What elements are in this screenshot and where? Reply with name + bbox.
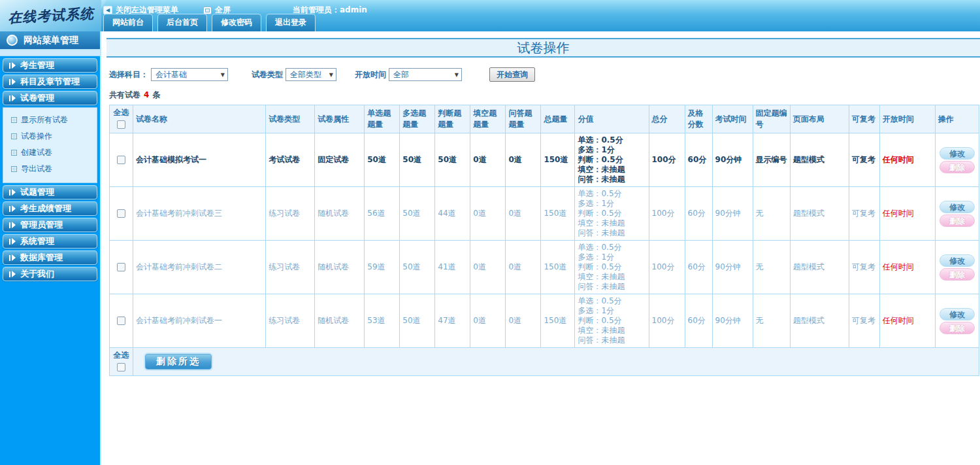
subitem-label: 导出试卷 bbox=[21, 164, 52, 175]
cell-multi-choice-count: 50道 bbox=[400, 187, 435, 241]
cell-paper-attribute: 固定试卷 bbox=[315, 133, 365, 187]
cell-pass-score: 60分 bbox=[685, 133, 712, 187]
delete-button[interactable]: 删除 bbox=[939, 161, 975, 173]
sidebar-subitem-3[interactable]: 创建试卷 bbox=[11, 145, 97, 161]
delete-button[interactable]: 删除 bbox=[939, 215, 975, 227]
cell-retake: 可复考 bbox=[849, 241, 879, 294]
cell-total-score: 100分 bbox=[649, 241, 685, 294]
cell-score-detail: 单选：0.5分多选：1分判断：0.5分填空：未抽题问答：未抽题 bbox=[575, 133, 649, 187]
cell-fill-blank-count: 0道 bbox=[470, 241, 506, 294]
delete-button[interactable]: 删除 bbox=[939, 268, 975, 281]
menu-label: 数据库管理 bbox=[20, 252, 63, 264]
cell-paper-type: 练习试卷 bbox=[266, 187, 315, 241]
type-filter-label: 试卷类型 bbox=[252, 69, 283, 80]
column-header-16: 页面布局 bbox=[790, 105, 849, 133]
cell-actions: 修改 删除 bbox=[935, 133, 979, 187]
paper-type-select[interactable]: 全部类型 ▼ bbox=[286, 68, 336, 81]
expand-arrow-icon bbox=[9, 222, 16, 228]
sidebar-menus-top: 考生管理科目及章节管理试卷管理 bbox=[0, 58, 100, 105]
cell-paper-name: 会计基础模拟考试一 bbox=[133, 133, 266, 187]
open-time-filter-label: 开放时间 bbox=[355, 69, 386, 80]
footer-actions-cell: 删除所选 bbox=[133, 348, 979, 376]
sidebar-menu-bottom-1[interactable]: 试题管理 bbox=[3, 185, 97, 199]
row-select-cell bbox=[110, 294, 133, 348]
subject-select[interactable]: 会计基础 ▼ bbox=[151, 68, 228, 81]
sidebar-subitem-1[interactable]: 显示所有试卷 bbox=[11, 112, 97, 128]
edit-button[interactable]: 修改 bbox=[939, 254, 975, 267]
edit-button[interactable]: 修改 bbox=[939, 201, 975, 213]
cell-exam-time: 90分钟 bbox=[712, 133, 753, 187]
cell-exam-time: 90分钟 bbox=[712, 294, 753, 348]
menu-label: 考生成绩管理 bbox=[20, 203, 71, 215]
sidebar-submenu: 显示所有试卷试卷操作创建试卷导出试卷 bbox=[3, 107, 97, 183]
column-header-7: 判断题题量 bbox=[435, 105, 470, 133]
column-header-8: 填空题题量 bbox=[470, 105, 506, 133]
subject-filter-label: 选择科目： bbox=[109, 69, 148, 80]
sidebar-menu-bottom-3[interactable]: 管理员管理 bbox=[3, 218, 97, 232]
column-header-label: 可复考 bbox=[852, 114, 877, 125]
sidebar-menu-bottom-4[interactable]: 系统管理 bbox=[3, 234, 97, 249]
search-button[interactable]: 开始查询 bbox=[489, 67, 535, 82]
row-checkbox[interactable] bbox=[117, 263, 125, 271]
nav-tab-4[interactable]: 退出登录 bbox=[266, 14, 316, 31]
edit-button[interactable]: 修改 bbox=[939, 308, 975, 320]
cell-retake: 可复考 bbox=[849, 133, 879, 187]
row-checkbox[interactable] bbox=[117, 317, 125, 325]
sidebar-menu-bottom-6[interactable]: 关于我们 bbox=[3, 267, 97, 281]
select-all-footer-cell: 全选 bbox=[110, 348, 133, 376]
sidebar-subitem-4[interactable]: 导出试卷 bbox=[11, 161, 97, 177]
cell-single-choice-count: 56道 bbox=[365, 187, 400, 241]
cell-paper-attribute: 随机试卷 bbox=[315, 241, 365, 294]
table-header-row: 全选试卷名称试卷类型试卷属性单选题题量多选题题量判断题题量填空题题量问答题题量总… bbox=[110, 105, 979, 133]
delete-button[interactable]: 删除 bbox=[939, 322, 975, 334]
column-header-label: 试卷名称 bbox=[136, 114, 263, 125]
select-all-checkbox-header[interactable] bbox=[117, 120, 125, 129]
table-footer-row: 全选 删除所选 bbox=[110, 348, 979, 376]
delete-selected-button[interactable]: 删除所选 bbox=[145, 354, 212, 370]
chevron-down-icon: ▼ bbox=[455, 72, 459, 78]
column-header-label: 试卷类型 bbox=[269, 114, 312, 125]
expand-arrow-icon bbox=[9, 271, 16, 277]
menu-label: 关于我们 bbox=[20, 268, 54, 280]
nav-tab-3[interactable]: 修改密码 bbox=[212, 14, 261, 31]
column-header-1: 全选 bbox=[110, 105, 133, 133]
sidebar-menu-bottom-2[interactable]: 考生成绩管理 bbox=[3, 201, 97, 216]
row-checkbox[interactable] bbox=[117, 156, 125, 164]
column-header-label: 总分 bbox=[652, 114, 682, 125]
main-content: 试卷操作 选择科目： 会计基础 ▼ 试卷类型 全部类型 ▼ 开放时间 全部 ▼ … bbox=[103, 31, 980, 465]
menu-label: 试卷管理 bbox=[20, 92, 54, 104]
cell-total-questions: 150道 bbox=[541, 133, 575, 187]
sidebar-menu-top-1[interactable]: 考生管理 bbox=[3, 58, 97, 73]
column-header-9: 问答题题量 bbox=[506, 105, 541, 133]
cell-retake: 可复考 bbox=[849, 294, 879, 348]
open-time-select-value: 全部 bbox=[393, 69, 409, 80]
open-time-select[interactable]: 全部 ▼ bbox=[389, 68, 462, 81]
sidebar-menu-top-2[interactable]: 科目及章节管理 bbox=[3, 75, 97, 89]
column-header-label: 固定题编号 bbox=[756, 108, 787, 130]
cell-page-layout: 题型模式 bbox=[790, 187, 849, 241]
cell-judge-count: 50道 bbox=[435, 133, 470, 187]
sidebar-menu-bottom-5[interactable]: 数据库管理 bbox=[3, 250, 97, 265]
column-header-3: 试卷类型 bbox=[266, 105, 315, 133]
expand-arrow-icon bbox=[9, 95, 16, 101]
column-header-label: 开放时间 bbox=[883, 114, 932, 125]
cell-score-detail: 单选：0.5分多选：1分判断：0.5分填空：未抽题问答：未抽题 bbox=[575, 187, 649, 241]
nav-tab-2[interactable]: 后台首页 bbox=[157, 14, 207, 31]
select-all-checkbox-footer[interactable] bbox=[117, 363, 125, 371]
nav-tab-1[interactable]: 网站前台 bbox=[103, 14, 153, 31]
sidebar-menu-top-3[interactable]: 试卷管理 bbox=[3, 91, 97, 105]
cell-multi-choice-count: 50道 bbox=[400, 241, 435, 294]
square-bullet-icon bbox=[11, 117, 17, 123]
edit-button[interactable]: 修改 bbox=[939, 147, 975, 160]
sidebar-subitem-2[interactable]: 试卷操作 bbox=[11, 128, 97, 145]
expand-arrow-icon bbox=[9, 189, 16, 196]
cell-actions: 修改 删除 bbox=[935, 187, 979, 241]
chevron-down-icon: ▼ bbox=[329, 72, 333, 78]
row-checkbox[interactable] bbox=[117, 209, 125, 218]
square-bullet-icon bbox=[11, 166, 17, 172]
sidebar-strip bbox=[0, 50, 100, 56]
column-header-label: 考试时间 bbox=[715, 114, 750, 125]
paper-type-select-value: 全部类型 bbox=[290, 69, 321, 80]
chevron-down-icon: ▼ bbox=[221, 72, 225, 78]
cell-pass-score: 60分 bbox=[685, 294, 712, 348]
